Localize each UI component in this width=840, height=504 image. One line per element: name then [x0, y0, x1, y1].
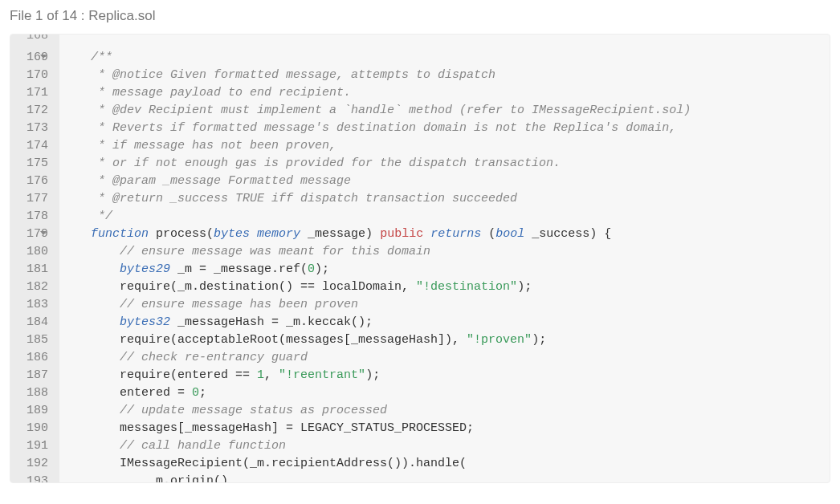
code-line[interactable]: * @return _success TRUE iff dispatch tra…: [69, 190, 830, 208]
code-line[interactable]: // check re-entrancy guard: [69, 349, 830, 367]
line-number: 177: [27, 190, 48, 208]
line-number: 171: [27, 84, 48, 102]
line-number: 179: [27, 226, 48, 243]
code-line[interactable]: require(entered == 1, "!reentrant");: [69, 367, 830, 384]
line-number: 175: [27, 155, 48, 173]
line-number: 188: [27, 384, 48, 402]
line-number-gutter: 1681691701711721731741751761771781791801…: [10, 35, 59, 482]
code-line-cutoff: _m.origin(),: [69, 473, 830, 482]
line-number: 172: [27, 102, 48, 120]
code-line[interactable]: require(acceptableRoot(messages[_message…: [69, 331, 830, 349]
code-line[interactable]: // update message status as processed: [69, 402, 830, 420]
fold-arrow-icon[interactable]: [40, 55, 47, 59]
line-number: 176: [27, 173, 48, 190]
code-line[interactable]: IMessageRecipient(_m.recipientAddress())…: [69, 455, 830, 473]
line-number: 187: [27, 367, 48, 384]
line-number: 173: [27, 120, 48, 137]
line-number: 170: [27, 67, 48, 84]
line-number: 185: [27, 331, 48, 349]
code-line[interactable]: messages[_messageHash] = LEGACY_STATUS_P…: [69, 420, 830, 437]
code-line[interactable]: require(_m.destination() == localDomain,…: [69, 278, 830, 296]
code-line[interactable]: * message payload to end recipient.: [69, 84, 830, 102]
code-line[interactable]: // ensure message was meant for this dom…: [69, 243, 830, 261]
code-line[interactable]: bytes32 _messageHash = _m.keccak();: [69, 314, 830, 331]
line-number: 189: [27, 402, 48, 420]
line-number: 186: [27, 349, 48, 367]
code-line[interactable]: // ensure message has been proven: [69, 296, 830, 314]
line-number: 183: [27, 296, 48, 314]
code-line[interactable]: entered = 0;: [69, 384, 830, 402]
line-number: 184: [27, 314, 48, 331]
line-number: 174: [27, 137, 48, 155]
code-line[interactable]: * if message has not been proven,: [69, 137, 830, 155]
line-number-cutoff: 168: [27, 35, 48, 43]
line-number-cutoff: 193: [27, 473, 48, 482]
line-number: 192: [27, 455, 48, 473]
file-header: File 1 of 14 : Replica.sol: [10, 5, 830, 34]
line-number: 190: [27, 420, 48, 437]
line-number: 169: [27, 49, 48, 67]
code-editor[interactable]: 1681691701711721731741751761771781791801…: [10, 34, 830, 483]
code-line[interactable]: * @notice Given formatted message, attem…: [69, 67, 830, 84]
code-line[interactable]: * Reverts if formatted message's destina…: [69, 120, 830, 137]
line-number: 181: [27, 261, 48, 278]
code-line[interactable]: bytes29 _m = _message.ref(0);: [69, 261, 830, 278]
code-line-cutoff: [69, 35, 830, 43]
code-line[interactable]: * @dev Recipient must implement a `handl…: [69, 102, 830, 120]
code-line[interactable]: function process(bytes memory _message) …: [69, 226, 830, 243]
code-line[interactable]: */: [69, 208, 830, 226]
code-line[interactable]: * or if not enough gas is provided for t…: [69, 155, 830, 173]
fold-arrow-icon[interactable]: [40, 231, 47, 235]
line-number: 191: [27, 437, 48, 455]
line-number: 180: [27, 243, 48, 261]
code-area[interactable]: /** * @notice Given formatted message, a…: [59, 35, 830, 482]
line-number: 182: [27, 278, 48, 296]
code-line[interactable]: * @param _message Formatted message: [69, 173, 830, 190]
line-number: 178: [27, 208, 48, 226]
code-line[interactable]: /**: [69, 49, 830, 67]
code-line[interactable]: // call handle function: [69, 437, 830, 455]
